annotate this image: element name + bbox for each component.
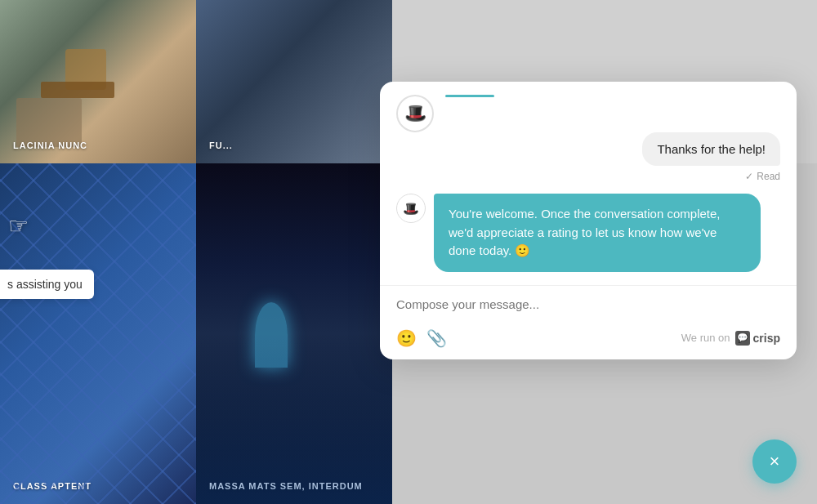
cursor-overlay: ☞ — [8, 212, 29, 239]
bg-cell-2: FU... — [196, 0, 392, 163]
bg-cell-1: LACINIA NUNC — [0, 0, 196, 163]
cell-label-1: LACINIA NUNC — [13, 140, 87, 150]
assisting-tooltip: s assisting you — [0, 270, 94, 299]
hand-cursor-icon: ☞ — [8, 212, 29, 239]
attachment-icon[interactable]: 📎 — [426, 328, 447, 348]
chat-widget: 🎩 Thanks for the help! ✓ Read 🎩 You're w… — [380, 82, 797, 359]
crisp-icon — [735, 331, 750, 346]
emoji-icon[interactable]: 🙂 — [396, 328, 417, 348]
user-bubble: Thanks for the help! — [642, 132, 780, 166]
compose-toolbar: 🙂 📎 We run on crisp — [396, 328, 780, 348]
user-message-text: Thanks for the help! — [657, 142, 766, 156]
chat-header: 🎩 — [380, 82, 797, 132]
cell-label-2: FU... — [209, 140, 233, 150]
tooltip-text: s assisting you — [7, 278, 83, 291]
read-label: Read — [757, 171, 780, 182]
close-button[interactable]: × — [752, 439, 797, 484]
read-status: ✓ Read — [396, 171, 780, 182]
teal-line — [445, 95, 494, 97]
agent-avatar-small: 🎩 — [396, 194, 426, 223]
agent-message-text: You're welcome. Once the conversation co… — [449, 207, 721, 257]
compose-input[interactable] — [396, 297, 780, 317]
powered-by-text: We run on — [681, 332, 730, 344]
checkmark-icon: ✓ — [745, 171, 753, 182]
crisp-logo: crisp — [735, 331, 780, 346]
close-icon: × — [770, 451, 780, 472]
compose-area: 🙂 📎 We run on crisp — [380, 285, 797, 359]
chat-messages: Thanks for the help! ✓ Read 🎩 You're wel… — [380, 132, 797, 285]
agent-avatar-icon: 🎩 — [404, 103, 426, 124]
agent-message: 🎩 You're welcome. Once the conversation … — [396, 194, 780, 272]
cell-label-5: MASSA MATS SEM, INTERDUM — [209, 481, 363, 491]
user-message: Thanks for the help! — [396, 132, 780, 166]
crisp-brand-name: crisp — [753, 332, 780, 345]
bg-cell-5: MASSA MATS SEM, INTERDUM — [196, 163, 392, 504]
bg-cell-4: CLASS APTENT — [0, 163, 196, 504]
chat-header-content — [445, 95, 780, 105]
powered-by: We run on crisp — [681, 331, 780, 346]
agent-avatar-small-icon: 🎩 — [403, 201, 419, 216]
agent-bubble: You're welcome. Once the conversation co… — [434, 194, 761, 272]
agent-avatar: 🎩 — [396, 95, 434, 132]
cell-label-4: CLASS APTENT — [13, 481, 92, 491]
